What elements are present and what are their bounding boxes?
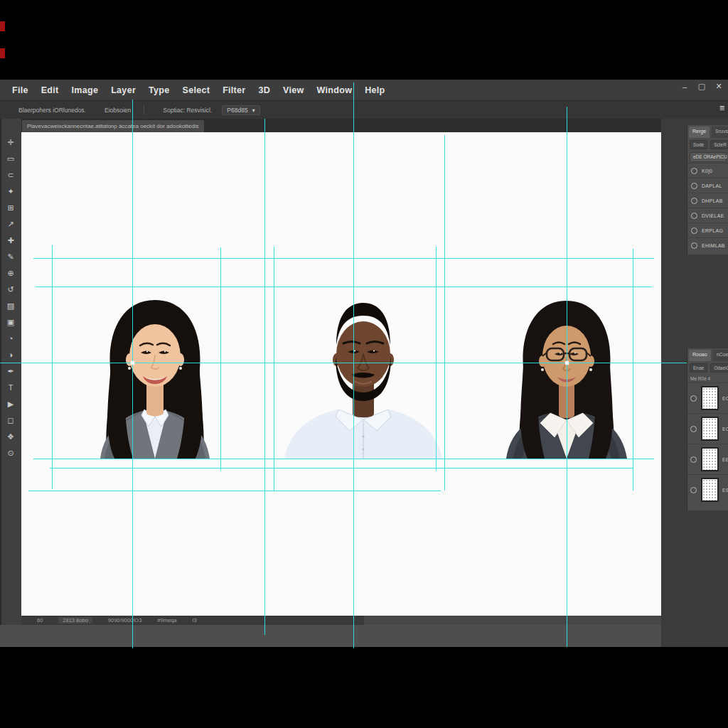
brush-tool-icon[interactable]: ✎ <box>0 249 21 265</box>
shape-tool-icon[interactable]: ◻ <box>0 412 21 429</box>
menu-item-type[interactable]: Type <box>142 85 176 95</box>
close-button[interactable]: ✕ <box>714 82 724 91</box>
maximize-button[interactable]: ▢ <box>697 82 707 91</box>
panel-options-icon[interactable]: ≣ <box>719 104 725 112</box>
options-bar: Blaerpohers iORlunedos. Eiobsoien Soptia… <box>0 101 728 119</box>
document-tab-title: Plavevacweixckannecntae.atitatonp áccate… <box>27 123 198 129</box>
menu-item-edit[interactable]: Edit <box>35 85 65 95</box>
visibility-eye-icon[interactable] <box>691 198 697 204</box>
menu-item-filter[interactable]: Filter <box>216 85 252 95</box>
clone-stamp-tool-icon[interactable]: ⊕ <box>0 265 21 282</box>
layer-name: EOPlL8 <box>722 396 728 401</box>
lasso-tool-icon[interactable]: ⊂ <box>0 167 21 183</box>
options-dropdown-value: P68d85 <box>227 107 247 114</box>
status-bar-inset <box>364 616 661 625</box>
options-label-3: Soptiac: Resvisicl. <box>163 107 212 114</box>
panel-layers-tab-1[interactable]: Rooao <box>689 350 711 361</box>
adjustment-row[interactable]: DVIELAE <box>687 208 728 223</box>
pen-tool-icon[interactable]: ✒ <box>0 363 21 380</box>
layer-row[interactable]: EEPL2a <box>687 444 728 474</box>
layer-thumbnail[interactable] <box>701 417 719 441</box>
layer-lock-row[interactable]: Me R0e 4 <box>687 375 728 382</box>
visibility-eye-icon[interactable] <box>691 213 697 219</box>
eraser-tool-icon[interactable]: ▨ <box>0 298 21 314</box>
panel-top-tab-1[interactable]: Rerge <box>689 127 710 138</box>
menu-item-3d[interactable]: 3D <box>252 85 277 95</box>
blur-tool-icon[interactable]: ◔ <box>0 331 21 347</box>
history-brush-tool-icon[interactable]: ↺ <box>0 282 21 298</box>
healing-brush-tool-icon[interactable]: ✚ <box>0 232 21 249</box>
adjustment-row[interactable]: DAPLAL <box>687 178 728 193</box>
menu-item-help[interactable]: Help <box>358 85 391 95</box>
layer-row[interactable]: EOPlUg <box>687 413 728 444</box>
visibility-eye-icon[interactable] <box>691 168 697 174</box>
status-item: 9090/9000IO3 <box>108 617 142 623</box>
path-select-tool-icon[interactable]: ▶ <box>0 396 21 412</box>
blend-mode-chip[interactable]: Enae <box>690 363 707 373</box>
adjustment-row[interactable]: DHPLAB <box>687 193 728 208</box>
layer-row[interactable]: EOPlL8 <box>687 382 728 413</box>
layer-thumbnail[interactable] <box>701 447 719 471</box>
portrait-black-man-image <box>270 291 456 459</box>
canvas[interactable] <box>21 132 661 616</box>
menu-bar: – ▢ ✕ FileEditImageLayerTypeSelectFilter… <box>0 80 728 101</box>
adjustment-label: K0j0 <box>702 168 712 173</box>
layer-name: ESPlL8 <box>722 488 728 493</box>
portrait-black-man[interactable] <box>270 291 456 459</box>
layer-thumbnail[interactable] <box>701 386 719 410</box>
menu-item-select[interactable]: Select <box>176 85 217 95</box>
crop-tool-icon[interactable]: ⊞ <box>0 200 21 216</box>
app-background-strip <box>0 625 728 647</box>
portrait-indian-woman-glasses-image <box>485 291 640 459</box>
menu-item-view[interactable]: View <box>277 85 310 95</box>
options-dropdown[interactable]: P68d85 ▾ <box>222 105 260 115</box>
adjustment-row[interactable]: ERPLAG <box>687 223 728 237</box>
move-tool-icon[interactable]: ✛ <box>0 134 21 151</box>
document-tab[interactable]: Plavevacweixckannecntae.atitatonp áccate… <box>21 120 204 132</box>
red-marker <box>0 21 5 31</box>
panel-layers-tab-2[interactable]: nCoe <box>713 350 728 361</box>
gradient-tool-icon[interactable]: ▣ <box>0 314 21 331</box>
dodge-tool-icon[interactable]: ◑ <box>0 347 21 363</box>
panel-top-rows: K0j0DAPLALDHPLABDVIELAEERPLAGEHIMLAB <box>687 163 728 252</box>
menu-item-file[interactable]: File <box>6 85 35 95</box>
visibility-eye-icon[interactable] <box>690 487 697 493</box>
menu-item-window[interactable]: Window <box>311 85 359 95</box>
screen: – ▢ ✕ FileEditImageLayerTypeSelectFilter… <box>0 0 728 728</box>
hand-tool-icon[interactable]: ❖ <box>0 429 21 445</box>
portrait-asian-woman-image <box>73 290 236 459</box>
options-label-1: Blaerpohers iORlunedos. <box>18 107 86 114</box>
menu-item-layer[interactable]: Layer <box>105 85 142 95</box>
panel-layers: Rooao nCoe Enae OdaeiQ Me R0e 4 EOPlL8EO… <box>687 348 728 510</box>
marquee-tool-icon[interactable]: ▭ <box>0 151 21 167</box>
menu-item-image[interactable]: Image <box>65 85 105 95</box>
adjustment-label: DHPLAB <box>702 198 723 203</box>
panel-top-button[interactable]: eDE ÖRAePICU <box>690 152 727 162</box>
status-item[interactable]: 60 <box>37 617 43 623</box>
visibility-eye-icon[interactable] <box>691 228 697 234</box>
adjustment-row[interactable]: K0j0 <box>687 163 728 178</box>
opacity-chip[interactable]: OdaeiQ <box>710 363 728 373</box>
options-separator <box>144 105 144 115</box>
quick-select-tool-icon[interactable]: ✦ <box>0 183 21 200</box>
panel-layers-tabs: Rooao nCoe <box>687 348 728 361</box>
eyedropper-tool-icon[interactable]: ↗ <box>0 216 21 232</box>
visibility-eye-icon[interactable] <box>690 456 697 463</box>
visibility-eye-icon[interactable] <box>690 395 697 402</box>
adjustment-row[interactable]: EHIMLAB <box>687 237 728 252</box>
portrait-asian-woman[interactable] <box>73 290 236 459</box>
status-item: 2813 8obo <box>58 617 92 623</box>
chevron-down-icon: ▾ <box>252 107 255 114</box>
layer-row[interactable]: ESPlL8 <box>687 474 728 505</box>
layer-thumbnail[interactable] <box>701 478 719 502</box>
type-tool-icon[interactable]: T <box>0 380 21 396</box>
minimize-button[interactable]: – <box>680 82 690 91</box>
zoom-tool-icon[interactable]: ⊙ <box>0 445 21 461</box>
portrait-indian-woman-glasses[interactable] <box>485 291 640 459</box>
panel-top-chip-2[interactable]: ScteR <box>710 140 728 149</box>
visibility-eye-icon[interactable] <box>691 242 697 249</box>
panel-top-chip-1[interactable]: Sode <box>690 140 707 149</box>
panel-top-tab-2[interactable]: Sruvso <box>712 127 728 138</box>
visibility-eye-icon[interactable] <box>690 426 697 432</box>
visibility-eye-icon[interactable] <box>691 183 697 189</box>
